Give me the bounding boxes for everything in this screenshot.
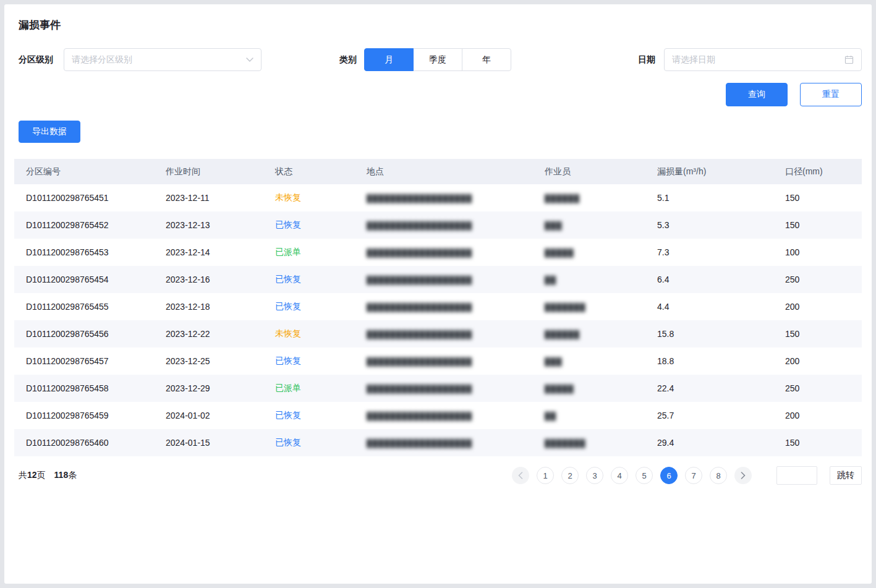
pagination-page-4[interactable]: 4 xyxy=(611,467,628,484)
table-row: D10112002987654592024-01-02已恢复██████████… xyxy=(14,402,862,429)
work-time-cell: 2023-12-11 xyxy=(166,193,210,203)
location-cell: ██████████████████ xyxy=(367,303,472,312)
query-button[interactable]: 查询 xyxy=(726,83,788,106)
operator-cell: ██████ xyxy=(545,330,580,339)
operator-cell: ██████ xyxy=(545,194,580,203)
pagination-page-5[interactable]: 5 xyxy=(636,467,653,484)
category-segmented-control: 月季度年 xyxy=(364,48,511,71)
location-cell: ██████████████████ xyxy=(367,276,472,284)
column-header: 状态 xyxy=(263,159,355,184)
work-time-cell: 2023-12-16 xyxy=(166,275,210,284)
chevron-right-icon xyxy=(741,472,746,479)
leak-events-table: 分区编号作业时间状态地点作业员漏损量(m³/h)口径(mm) D10112002… xyxy=(14,159,862,456)
operator-cell: ██ xyxy=(545,276,556,284)
location-cell: ██████████████████ xyxy=(367,439,472,448)
total-items-text: 118条 xyxy=(54,470,77,481)
location-cell: ██████████████████ xyxy=(367,412,472,420)
diameter-cell: 150 xyxy=(785,329,799,339)
partition-id-cell: D1011200298765451 xyxy=(26,193,109,203)
operator-cell: █████ xyxy=(545,385,574,393)
page-title: 漏损事件 xyxy=(19,18,862,32)
calendar-icon xyxy=(844,55,854,64)
partition-level-placeholder: 请选择分区级别 xyxy=(72,54,246,66)
diameter-cell: 200 xyxy=(785,411,799,420)
export-row: 导出数据 xyxy=(19,121,862,143)
category-label: 类别 xyxy=(339,54,357,66)
work-time-cell: 2023-12-13 xyxy=(166,220,210,230)
work-time-cell: 2023-12-14 xyxy=(166,247,210,257)
export-data-button[interactable]: 导出数据 xyxy=(19,121,80,143)
leak-volume-cell: 29.4 xyxy=(657,438,674,448)
table-row: D10112002987654512023-12-11未恢复██████████… xyxy=(14,184,862,211)
status-cell: 未恢复 xyxy=(275,328,301,338)
partition-id-cell: D1011200298765456 xyxy=(26,329,109,339)
page-jump-button[interactable]: 跳转 xyxy=(830,466,862,485)
pagination-next-button[interactable] xyxy=(734,467,752,484)
leak-volume-cell: 25.7 xyxy=(657,411,674,420)
diameter-cell: 150 xyxy=(785,193,799,203)
partition-level-label: 分区级别 xyxy=(19,54,53,66)
leak-volume-cell: 22.4 xyxy=(657,383,674,393)
pagination-page-1[interactable]: 1 xyxy=(537,467,554,484)
chevron-down-icon xyxy=(246,58,253,62)
category-option-季度[interactable]: 季度 xyxy=(413,48,462,71)
leak-volume-cell: 4.4 xyxy=(657,302,669,312)
location-cell: ██████████████████ xyxy=(367,385,472,393)
status-cell: 已恢复 xyxy=(275,219,301,229)
date-placeholder: 请选择日期 xyxy=(672,54,844,66)
status-cell: 已恢复 xyxy=(275,356,301,365)
chevron-left-icon xyxy=(518,472,523,479)
partition-id-cell: D1011200298765457 xyxy=(26,356,109,366)
leak-volume-cell: 7.3 xyxy=(657,247,669,257)
leak-volume-cell: 15.8 xyxy=(657,329,674,339)
category-filter: 类别 月季度年 xyxy=(339,48,511,71)
partition-id-cell: D1011200298765453 xyxy=(26,247,109,257)
partition-level-select[interactable]: 请选择分区级别 xyxy=(64,48,262,71)
work-time-cell: 2023-12-22 xyxy=(166,329,210,339)
work-time-cell: 2023-12-29 xyxy=(166,383,210,393)
work-time-cell: 2024-01-02 xyxy=(166,411,210,420)
date-picker-input[interactable]: 请选择日期 xyxy=(664,48,862,71)
status-cell: 已恢复 xyxy=(275,437,301,447)
location-cell: ██████████████████ xyxy=(367,194,472,203)
leak-events-panel: 漏损事件 分区级别 请选择分区级别 类别 月季度年 日期 请选择日期 xyxy=(4,4,872,584)
diameter-cell: 250 xyxy=(785,275,799,284)
category-option-月[interactable]: 月 xyxy=(364,48,414,71)
partition-level-filter: 分区级别 请选择分区级别 xyxy=(19,48,262,71)
reset-button[interactable]: 重置 xyxy=(800,83,862,106)
pagination-summary: 共12页 118条 xyxy=(19,470,77,481)
partition-id-cell: D1011200298765452 xyxy=(26,220,109,230)
diameter-cell: 100 xyxy=(785,247,799,257)
table-row: D10112002987654542023-12-16已恢复██████████… xyxy=(14,266,862,293)
page-jump-input[interactable] xyxy=(776,466,817,485)
pagination-page-7[interactable]: 7 xyxy=(685,467,702,484)
table-header-row: 分区编号作业时间状态地点作业员漏损量(m³/h)口径(mm) xyxy=(14,159,862,184)
operator-cell: ███████ xyxy=(545,439,586,448)
diameter-cell: 250 xyxy=(785,383,799,393)
category-option-年[interactable]: 年 xyxy=(462,48,511,71)
table-row: D10112002987654582023-12-29已派单██████████… xyxy=(14,375,862,402)
column-header: 漏损量(m³/h) xyxy=(645,159,773,184)
total-pages-text: 共12页 xyxy=(19,470,46,481)
pagination-prev-button[interactable] xyxy=(512,467,529,484)
table-row: D10112002987654532023-12-14已派单██████████… xyxy=(14,239,862,266)
status-cell: 已派单 xyxy=(275,247,301,257)
diameter-cell: 200 xyxy=(785,356,799,366)
date-filter: 日期 请选择日期 xyxy=(638,48,862,71)
pagination-page-6[interactable]: 6 xyxy=(660,467,678,484)
pagination-page-2[interactable]: 2 xyxy=(561,467,579,484)
pagination-page-8[interactable]: 8 xyxy=(710,467,727,484)
leak-volume-cell: 6.4 xyxy=(657,275,669,284)
operator-cell: ██ xyxy=(545,412,556,420)
leak-volume-cell: 5.1 xyxy=(657,193,669,203)
column-header: 地点 xyxy=(355,159,533,184)
location-cell: ██████████████████ xyxy=(367,357,472,366)
date-label: 日期 xyxy=(638,54,655,66)
partition-id-cell: D1011200298765458 xyxy=(26,383,109,393)
leak-volume-cell: 18.8 xyxy=(657,356,674,366)
work-time-cell: 2023-12-18 xyxy=(166,302,210,312)
table-body: D10112002987654512023-12-11未恢复██████████… xyxy=(14,184,862,456)
pagination-page-3[interactable]: 3 xyxy=(586,467,603,484)
table-row: D10112002987654522023-12-13已恢复██████████… xyxy=(14,211,862,239)
operator-cell: ███ xyxy=(545,221,563,230)
